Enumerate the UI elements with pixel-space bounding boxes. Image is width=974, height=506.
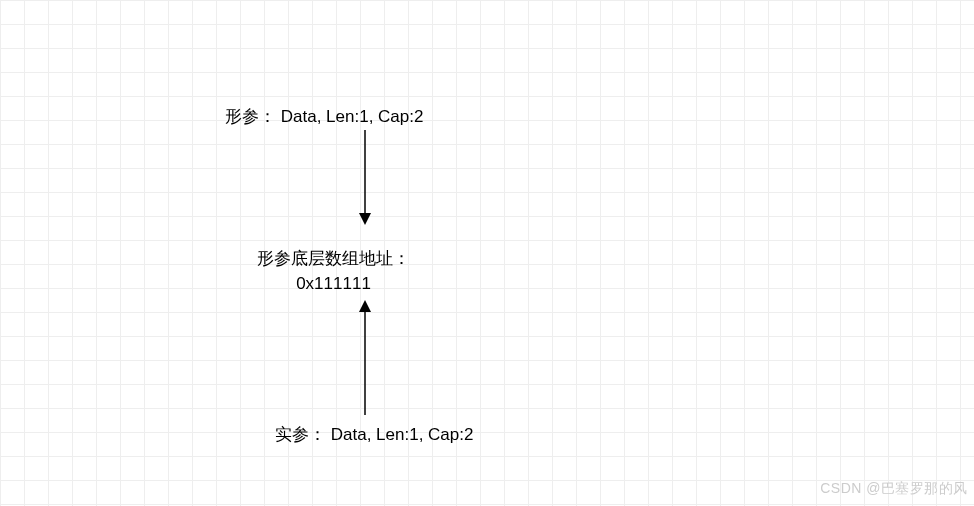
- formal-param-values: Data, Len:1, Cap:2: [281, 107, 424, 126]
- svg-marker-1: [359, 213, 371, 225]
- arrow-down-icon: [355, 130, 375, 225]
- array-address-label: 形参底层数组地址： 0x111111: [257, 247, 410, 294]
- array-address-value: 0x111111: [257, 274, 410, 294]
- svg-marker-3: [359, 300, 371, 312]
- arrow-up-icon: [355, 300, 375, 415]
- actual-param-values: Data, Len:1, Cap:2: [331, 425, 474, 444]
- actual-param-prefix: 实参：: [275, 425, 326, 444]
- formal-param-label: 形参： Data, Len:1, Cap:2: [225, 105, 423, 128]
- diagram-content: 形参： Data, Len:1, Cap:2 形参底层数组地址： 0x11111…: [0, 0, 974, 506]
- array-address-line1: 形参底层数组地址：: [257, 249, 410, 268]
- formal-param-prefix: 形参：: [225, 107, 276, 126]
- watermark-text: CSDN @巴塞罗那的风: [820, 480, 968, 498]
- actual-param-label: 实参： Data, Len:1, Cap:2: [275, 423, 473, 446]
